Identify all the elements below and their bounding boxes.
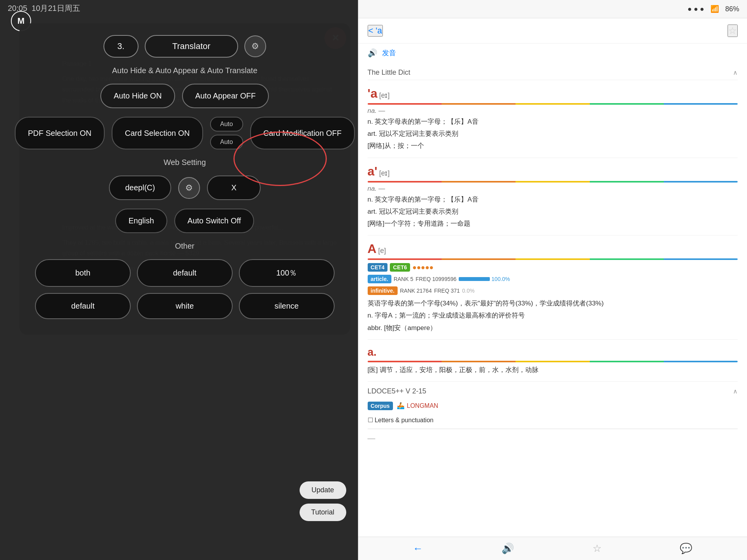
other-grid: both default 100％ default white silence <box>35 259 335 319</box>
corpus-row: Corpus 🚣 LONGMAN <box>368 398 738 413</box>
default-button-2[interactable]: default <box>35 293 131 319</box>
status-bar: 20:05 10月21日周五 <box>0 0 358 17</box>
dash-line <box>368 428 738 429</box>
battery-label: 86% <box>725 5 739 13</box>
wifi-icon: 📶 <box>710 5 719 13</box>
article-tag: article. <box>368 275 391 283</box>
infinitive-tag: infinitive. <box>368 286 398 295</box>
language-button[interactable]: English <box>115 209 167 233</box>
cet4-tag: CET4 <box>368 263 388 272</box>
freq-bar-1: 100.0% <box>459 276 510 282</box>
language-row: English Auto Switch Off <box>35 209 335 233</box>
longman-label: LONGMAN <box>407 402 438 409</box>
date-label: 10月21日周五 <box>32 3 80 14</box>
nav-speaker-button[interactable]: 🔊 <box>502 542 514 555</box>
white-button[interactable]: white <box>137 293 233 319</box>
phonetic-A: [e] <box>378 247 386 255</box>
translator-button[interactable]: Translator <box>145 35 238 58</box>
status-dots: ● ● ● <box>687 5 704 13</box>
dict-back-button[interactable]: < 'a <box>368 25 383 37</box>
auto-hide-button[interactable]: Auto Hide ON <box>100 84 175 108</box>
nav-star-button[interactable]: ☆ <box>593 542 601 555</box>
silence-button[interactable]: silence <box>239 293 335 319</box>
dict-star-button[interactable]: ☆ <box>728 25 738 37</box>
dict-bottom-nav: ← 🔊 ☆ 💬 <box>358 537 747 560</box>
ldoce-title: LDOCE5++ V 2-15 <box>368 387 426 395</box>
meaning-2a: n. 英文字母表的第一字母；【乐】A音 <box>368 194 738 205</box>
update-button[interactable]: Update <box>300 481 346 499</box>
settings-modal: 3. Translator ⚙ Auto Hide & Auto Appear … <box>19 23 350 335</box>
auto-appear-button[interactable]: Auto Appear OFF <box>182 84 269 108</box>
cet6-tag: CET6 <box>390 263 410 272</box>
letters-row: ☐ Letters & punctuation <box>368 413 738 427</box>
auto-switch-button[interactable]: Auto Switch Off <box>174 209 254 233</box>
ldoce-section: LDOCE5++ V 2-15 ∧ <box>368 382 738 398</box>
other-row-2: default white silence <box>35 293 335 319</box>
deepl-button[interactable]: deepl(C) <box>109 176 172 200</box>
letters-link[interactable]: Letters & punctuation <box>375 417 433 423</box>
meaning-A-abbr: abbr. [物]安（ampere） <box>368 323 738 333</box>
word-A: A <box>368 242 377 256</box>
card-selection-button[interactable]: Card Selection ON <box>112 117 203 149</box>
little-dict-title: The Little Dict <box>368 68 410 77</box>
dict-header: < 'a ☆ <box>358 18 747 44</box>
card-selection-row: PDF Selection ON Card Selection ON Auto … <box>35 117 335 149</box>
word-a-apostrophe: 'a <box>368 86 377 100</box>
nav-back-button[interactable]: ← <box>413 542 423 555</box>
corpus-tag: Corpus <box>368 402 393 410</box>
checkbox-icon: ☐ <box>368 417 373 423</box>
longman-icon: 🚣 <box>397 402 405 409</box>
entry-a-apostrophe: 'a [eɪ] na. — n. 英文字母表的第一字母；【乐】A音 art. 冠… <box>368 80 738 158</box>
entry-apostrophe-a: a' [eɪ] na. — n. 英文字母表的第一字母；【乐】A音 art. 冠… <box>368 158 738 236</box>
freq2-label: FREQ 371 <box>434 288 460 294</box>
side-buttons: Update Tutorial <box>300 481 346 521</box>
pdf-selection-button[interactable]: PDF Selection ON <box>15 117 105 149</box>
meaning-a-dot: [医] 调节，适应，安培，阳极，正极，前，水，水剂，动脉 <box>368 365 738 375</box>
entry-a-dot: a. [医] 调节，适应，安培，阳极，正极，前，水，水剂，动脉 <box>368 340 738 382</box>
infinitive-rank-row: infinitive. RANK 21764 FREQ 371 0.0% <box>368 286 738 295</box>
bottom-dash: — <box>368 431 738 446</box>
percent-button[interactable]: 100％ <box>239 259 335 287</box>
other-row-1: both default 100％ <box>35 259 335 287</box>
both-button[interactable]: both <box>35 259 131 287</box>
web-wrench-button[interactable]: ⚙ <box>178 177 200 199</box>
nav-chat-button[interactable]: 💬 <box>680 542 692 555</box>
meaning-A-n: n. 字母A；第一流的；学业成绩达最高标准的评价符号 <box>368 310 738 321</box>
color-bar-4 <box>368 361 738 362</box>
ldoce-arrow[interactable]: ∧ <box>733 388 738 395</box>
meaning-1a: n. 英文字母表的第一字母；【乐】A音 <box>368 116 738 127</box>
dict-content[interactable]: 🔊 发音 The Little Dict ∧ 'a [eɪ] na. — n. … <box>358 44 747 537</box>
meaning-1b: art. 冠以不定冠词主要表示类别 <box>368 128 738 139</box>
speaker-icon[interactable]: 🔊 <box>368 48 377 58</box>
word-a-dot: a. <box>368 346 377 358</box>
meaning-2c: [网络]一个字符；专用道路；一命题 <box>368 218 738 229</box>
phonetic-text: 发音 <box>382 48 396 58</box>
freq-pct-2: 0.0% <box>462 288 475 294</box>
auto-btn-1[interactable]: Auto <box>210 117 243 132</box>
card-modification-button[interactable]: Card Modification OFF <box>250 117 355 149</box>
little-dict-section: The Little Dict ∧ <box>368 62 738 80</box>
phonetic-a: [eɪ] <box>379 91 389 99</box>
other-section-label: Other <box>35 242 335 251</box>
tutorial-button[interactable]: Tutorial <box>300 504 346 521</box>
wrench-icon: ⚙ <box>251 41 259 51</box>
color-bar-1 <box>368 103 738 105</box>
top-row: 3. Translator ⚙ <box>35 35 335 58</box>
dict-status-bar: ● ● ● 📶 86% <box>358 0 747 18</box>
rank1-label: RANK 5 <box>394 276 414 282</box>
web-x-button[interactable]: X <box>207 176 260 200</box>
longman-badge: 🚣 LONGMAN <box>397 402 438 409</box>
pos-1: na. — <box>368 107 738 115</box>
color-bar-3 <box>368 258 738 260</box>
frequency-dots: ●●●●● <box>412 263 433 272</box>
web-setting-label: Web Setting <box>35 158 335 167</box>
little-dict-arrow[interactable]: ∧ <box>733 69 738 76</box>
freq-pct-1: 100.0% <box>491 276 510 282</box>
auto-btn-2[interactable]: Auto <box>210 135 243 149</box>
color-bar-2 <box>368 181 738 183</box>
default-button-1[interactable]: default <box>137 259 233 287</box>
meaning-1c: [网络]从；按；一个 <box>368 140 738 151</box>
freq1-label: FREQ 10999596 <box>416 276 456 282</box>
number-button[interactable]: 3. <box>103 35 139 58</box>
settings-wrench-button[interactable]: ⚙ <box>244 35 266 57</box>
